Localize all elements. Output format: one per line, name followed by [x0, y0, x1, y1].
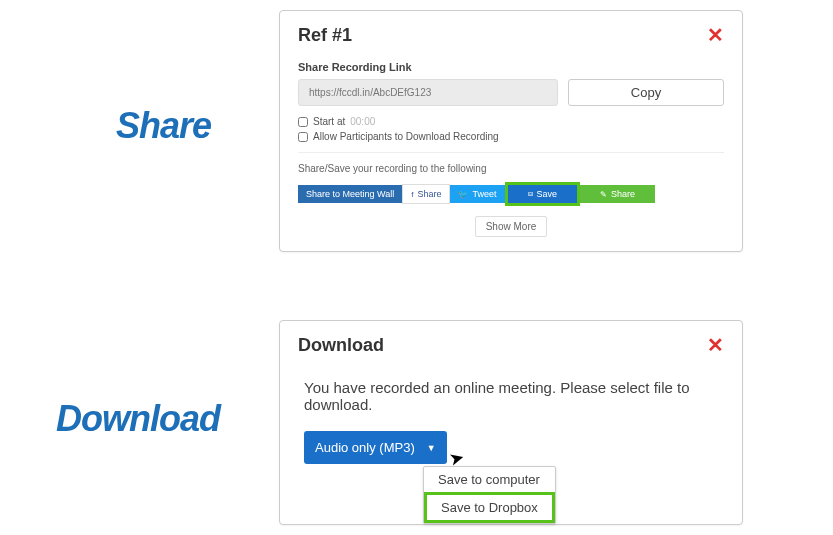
start-at-time: 00:00: [350, 116, 375, 127]
format-dropdown-button[interactable]: Audio only (MP3) ▼: [304, 431, 447, 464]
download-message: You have recorded an online meeting. Ple…: [304, 379, 718, 413]
save-label: Save: [537, 189, 558, 199]
share-hint: Share/Save your recording to the followi…: [298, 163, 724, 174]
share-meeting-wall-button[interactable]: Share to Meeting Wall: [298, 185, 402, 203]
share-panel-title: Ref #1: [298, 25, 352, 46]
share-link-input[interactable]: [298, 79, 558, 106]
fb-label: Share: [417, 189, 441, 199]
close-icon[interactable]: ✕: [707, 333, 724, 357]
dropbox-icon: ⧈: [528, 189, 533, 199]
share-panel: Ref #1 ✕ Share Recording Link Copy Start…: [279, 10, 743, 252]
share-link-label: Share Recording Link: [298, 61, 724, 73]
share-evernote-button[interactable]: ✎Share: [580, 185, 655, 203]
download-panel-title: Download: [298, 335, 384, 356]
facebook-icon: f: [411, 190, 413, 199]
evernote-icon: ✎: [600, 190, 607, 199]
allow-download-label: Allow Participants to Download Recording: [313, 131, 499, 142]
chevron-down-icon: ▼: [427, 443, 436, 453]
start-at-label: Start at: [313, 116, 345, 127]
menu-save-to-dropbox[interactable]: Save to Dropbox: [424, 492, 555, 523]
format-dropdown-menu: Save to computer Save to Dropbox: [423, 466, 556, 524]
share-heading: Share: [116, 105, 211, 147]
share-twitter-button[interactable]: 🐦Tweet: [450, 185, 504, 203]
ev-label: Share: [611, 189, 635, 199]
show-more-button[interactable]: Show More: [475, 216, 548, 237]
share-buttons-row: Share to Meeting Wall fShare 🐦Tweet ⧈Sav…: [298, 182, 724, 206]
share-facebook-button[interactable]: fShare: [402, 184, 450, 204]
save-dropbox-button[interactable]: ⧈Save: [508, 185, 578, 203]
twitter-icon: 🐦: [458, 190, 468, 199]
divider: [298, 152, 724, 153]
close-icon[interactable]: ✕: [707, 23, 724, 47]
allow-download-checkbox[interactable]: [298, 132, 308, 142]
copy-button[interactable]: Copy: [568, 79, 724, 106]
menu-save-to-computer[interactable]: Save to computer: [424, 467, 555, 492]
tw-label: Tweet: [472, 189, 496, 199]
format-dropdown-label: Audio only (MP3): [315, 440, 415, 455]
start-at-checkbox[interactable]: [298, 117, 308, 127]
highlight-save-dropbox: ⧈Save: [505, 182, 581, 206]
download-heading: Download: [56, 398, 220, 440]
